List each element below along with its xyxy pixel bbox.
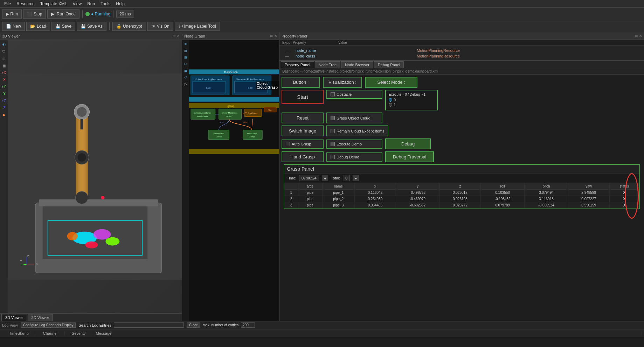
configure-log-btn[interactable]: Configure Log Channels Display xyxy=(21,322,76,328)
vis-icon: 👁 xyxy=(151,24,155,29)
save-as-button[interactable]: 💾 Save As xyxy=(77,22,106,31)
svg-rect-35 xyxy=(189,97,279,102)
tool-yplus[interactable]: +Y xyxy=(1,83,7,90)
stop-button[interactable]: ⬛ Stop xyxy=(23,9,46,19)
svg-text:0.1.0: 0.1.0 xyxy=(206,87,211,89)
tool-shield[interactable]: 🛡 xyxy=(1,48,7,55)
tab-node-browser[interactable]: Node Browser xyxy=(341,61,373,68)
btn-grasp-object-cloud[interactable]: Grasp Object Cloud xyxy=(326,113,382,123)
load-button[interactable]: 📂 Load xyxy=(26,22,50,31)
ng-tool-connect[interactable]: ⊟ xyxy=(183,55,188,60)
new-button[interactable]: 📄 New xyxy=(2,22,25,31)
robot-scene[interactable]: Z Y X xyxy=(8,40,182,313)
menu-file[interactable]: File xyxy=(1,1,14,7)
btn-visualization[interactable]: Visualization : xyxy=(323,77,362,88)
tool-zminus[interactable]: -Z xyxy=(1,104,7,111)
tool-circle[interactable]: ◎ xyxy=(1,55,7,62)
btn-remain-cloud[interactable]: Remain Cloud Except Items xyxy=(326,125,388,136)
col-value: Value xyxy=(338,41,641,45)
node-graph-maximize-icon[interactable]: ⊞ xyxy=(270,34,273,38)
tab-property-panel[interactable]: Property Panel xyxy=(281,61,314,68)
menu-run[interactable]: Run xyxy=(84,1,98,7)
tool-eye[interactable]: 👁 xyxy=(1,41,7,48)
image-label-tool-button[interactable]: 🏷 Image Label Tool xyxy=(175,22,220,31)
save-button[interactable]: 💾 Save xyxy=(51,22,75,31)
btn-debug-traversal[interactable]: Debug Traversal xyxy=(385,151,434,162)
menu-template-xml[interactable]: Template XML xyxy=(37,1,70,7)
tool-grid[interactable]: ▦ xyxy=(1,62,7,69)
ng-tool-grid[interactable]: ▦ xyxy=(183,68,188,74)
tab-node-tree[interactable]: Node Tree xyxy=(315,61,340,68)
search-input[interactable] xyxy=(114,322,184,328)
run-button[interactable]: ▶ Run xyxy=(2,9,22,19)
nav-arrow-right[interactable]: ▸ xyxy=(353,175,359,181)
tool-orange[interactable]: ◆ xyxy=(1,111,7,118)
col-name: name xyxy=(322,183,355,190)
svg-point-8 xyxy=(85,241,98,249)
ng-tool-select[interactable]: ⊞ xyxy=(183,48,188,54)
tool-xplus[interactable]: +X xyxy=(1,69,7,76)
table-row: 3pipepipe_30.054406-0.6826520.0232720.07… xyxy=(284,202,639,209)
time-value: 07:00:24 xyxy=(299,175,319,181)
grasp-cloud-checkbox xyxy=(331,116,335,120)
btn-reset[interactable]: Reset xyxy=(282,113,324,123)
btn-start[interactable]: Start xyxy=(282,90,324,104)
svg-point-18 xyxy=(101,196,104,199)
save-label: Save xyxy=(62,24,71,29)
menu-view[interactable]: View xyxy=(70,1,84,7)
ng-canvas[interactable]: Resource MotionPlanningResource 0.1.0 Si… xyxy=(189,40,279,321)
tab-3d-viewer[interactable]: 3D Viewer xyxy=(1,314,27,321)
separator-2 xyxy=(113,10,113,18)
radio-0-label: 0 xyxy=(394,98,396,102)
table-cell: 0.116042 xyxy=(355,190,396,196)
table-cell: 0.079789 xyxy=(481,202,525,209)
menu-resource[interactable]: Resource xyxy=(14,1,37,7)
prop-key-node-class: node_class xyxy=(293,53,414,59)
tool-xminus[interactable]: -X xyxy=(1,76,7,83)
node-graph-content[interactable]: 👁 ⊞ ⊟ ✂ ▦ ↺ ▷ Resource MotionPlanningRes… xyxy=(182,40,279,321)
viewer-3d-close-icon[interactable]: ✕ xyxy=(177,34,180,38)
btn-execute-demo[interactable]: Execute Demo xyxy=(326,140,382,149)
property-panel-header-icons: ⊞ ✕ xyxy=(635,34,642,38)
ng-tool-cut[interactable]: ✂ xyxy=(183,61,188,67)
radio-1-row[interactable]: 1 xyxy=(389,103,434,107)
save-icon: 💾 xyxy=(55,24,61,29)
btn-switch-image[interactable]: Switch Image xyxy=(282,125,324,136)
btn-debug-demo[interactable]: Debug Demo xyxy=(326,152,382,162)
table-cell: 2 xyxy=(284,196,298,202)
grasp-table-wrapper: type name x y z roll pitch yaw status xyxy=(284,183,639,209)
property-panel-close-icon[interactable]: ✕ xyxy=(639,34,642,38)
btn-button-label[interactable]: Button : xyxy=(282,77,320,88)
btn-debug[interactable]: Debug xyxy=(385,138,431,149)
viewer-3d-content: 👁 🛡 ◎ ▦ +X -X +Y -Y +Z -Z ◆ xyxy=(0,40,182,313)
btn-auto-grasp[interactable]: Auto Grasp xyxy=(282,140,324,149)
btn-select-mode[interactable]: Select Mode : xyxy=(365,77,417,88)
max-entries-input[interactable] xyxy=(241,322,255,328)
viewer-3d-maximize-icon[interactable]: ⊞ xyxy=(173,34,175,38)
prop-tabs: Property Panel Node Tree Node Browser De… xyxy=(279,61,644,68)
unencrypt-button[interactable]: 🔓 Unencrypt xyxy=(112,22,146,31)
tool-zplus[interactable]: +Z xyxy=(1,97,7,104)
btn-hand-grasp[interactable]: Hand Grasp xyxy=(282,151,324,162)
run-once-button[interactable]: ▶| Run Once xyxy=(47,9,79,19)
clear-log-btn[interactable]: Clear xyxy=(187,322,200,328)
tab-debug-panel[interactable]: Debug Panel xyxy=(374,61,404,68)
tool-yminus[interactable]: -Y xyxy=(1,90,7,97)
menu-tools[interactable]: Tools xyxy=(98,1,113,7)
table-cell: 3.079494 xyxy=(525,190,568,196)
ng-tool-eye[interactable]: 👁 xyxy=(183,41,188,47)
radio-0-row[interactable]: 0 xyxy=(389,98,434,102)
menu-help[interactable]: Help xyxy=(113,1,127,7)
vis-on-button[interactable]: 👁 Vis On xyxy=(147,22,173,31)
property-panel-maximize-icon[interactable]: ⊞ xyxy=(635,34,638,38)
node-graph-close-icon[interactable]: ✕ xyxy=(274,34,277,38)
grasp-table: type name x y z roll pitch yaw status xyxy=(284,183,639,209)
ng-tool-arrow[interactable]: ▷ xyxy=(183,81,188,87)
table-cell: -0.498733 xyxy=(396,190,439,196)
radio-0-circle xyxy=(389,98,392,102)
btn-obstacle[interactable]: Obstacle xyxy=(326,90,382,99)
ng-tool-refresh[interactable]: ↺ xyxy=(183,75,188,80)
nav-arrow-left[interactable]: ◂ xyxy=(322,175,328,181)
svg-text:AddObject: AddObject xyxy=(248,112,257,114)
tab-2d-viewer[interactable]: 2D Viewer xyxy=(28,314,53,321)
